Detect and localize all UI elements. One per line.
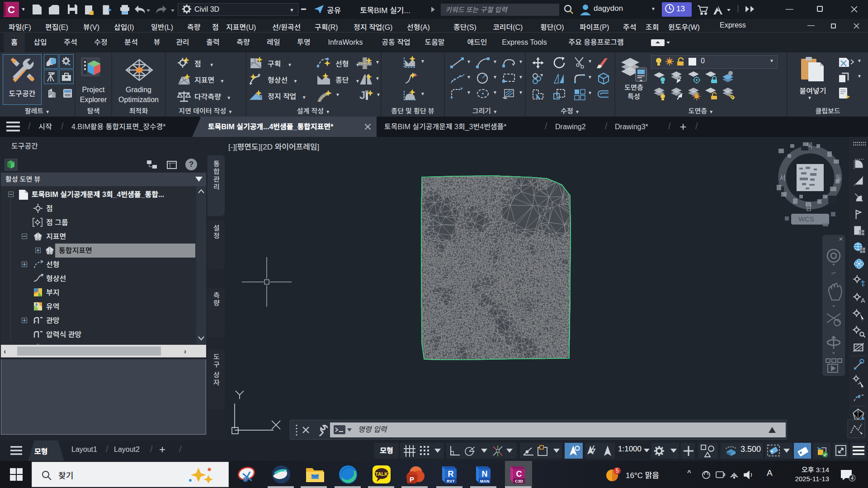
svg-text:WCS: WCS [798,215,814,223]
svg-text:동: 동 [835,174,842,182]
svg-text:RVT: RVT [447,479,455,483]
svg-text:C3D: C3D [515,479,524,483]
svg-text:C: C [516,469,522,479]
svg-text:남: 남 [806,204,812,211]
svg-text:C: C [8,4,15,15]
svg-text:MAN: MAN [480,479,490,483]
svg-text:P: P [410,475,414,483]
svg-text:J: J [359,89,365,101]
svg-text:북: 북 [807,141,813,149]
svg-text:4: 4 [851,475,854,481]
svg-text:서: 서 [779,174,786,182]
svg-text:R: R [448,469,454,479]
svg-text:5: 5 [616,468,619,474]
svg-text:N: N [482,469,488,479]
svg-text:TALK: TALK [375,471,388,477]
svg-text:A: A [861,297,865,304]
